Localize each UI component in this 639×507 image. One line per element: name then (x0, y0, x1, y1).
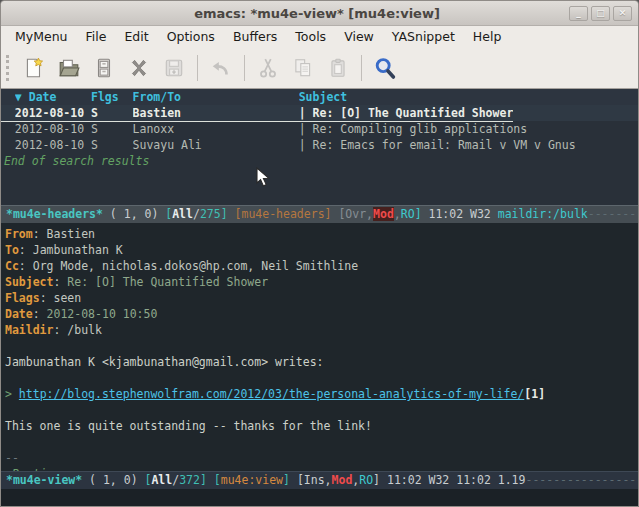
maximize-button[interactable]: □ (591, 6, 610, 21)
menu-item-options[interactable]: Options (158, 27, 224, 46)
column-header-subject[interactable]: Subject (299, 89, 347, 105)
cell-date: 2012-08-10 (15, 121, 91, 137)
kill-buffer-button[interactable] (123, 52, 154, 83)
field-label: Maildir (5, 323, 53, 337)
mode-line-segment: *mu4e-headers* (6, 207, 103, 221)
mode-line-segment: , (394, 207, 401, 221)
sort-descending-icon: ▼ (15, 90, 22, 104)
mode-line-segment: mu4e:view (221, 473, 283, 487)
window-buttons: _ □ ✕ (569, 6, 632, 21)
body-quote-line: > http://blog.stephenwolfram.com/2012/03… (5, 386, 638, 402)
message-field-subject: Subject: Re: [O] The Quantified Shower (5, 274, 638, 290)
mode-line-segment: ] (221, 207, 228, 221)
field-value: Org Mode, nicholas.dokos@hp.com, Neil Sm… (33, 259, 358, 273)
paste-button[interactable] (322, 52, 353, 83)
emacs-frame: ▼ DateFlgsFrom/ToSubject 2012-08-10SBast… (1, 89, 638, 506)
menu-item-buffers[interactable]: Buffers (224, 27, 286, 46)
cell-from: Suvayu Ali (133, 137, 299, 153)
tool-bar (1, 47, 638, 89)
quote-prefix: > (5, 387, 19, 401)
signature-separator: -- (5, 450, 638, 466)
mode-line-segment: [Ovr, (332, 207, 374, 221)
headers-row[interactable]: 2012-08-10SLanoxx| Re: Compiling glib ap… (1, 121, 638, 137)
cell-flags: S (91, 121, 133, 137)
cut-button[interactable] (252, 52, 283, 83)
save-icon (163, 57, 185, 79)
new-file-icon (23, 57, 45, 79)
mode-line-segment: All (151, 473, 172, 487)
minimize-button[interactable]: _ (569, 6, 588, 21)
close-button[interactable]: ✕ (613, 6, 632, 21)
field-value: Bastien (47, 227, 95, 241)
end-of-search-results: End of search results (1, 153, 638, 169)
kill-buffer-icon (128, 57, 150, 79)
copy-button[interactable] (287, 52, 318, 83)
message-view-window: From: Bastien To: Jambunathan K Cc: Org … (1, 223, 638, 471)
column-header-flags[interactable]: Flgs (91, 89, 133, 105)
mode-line-segment: 372 (179, 473, 200, 487)
new-file-button[interactable] (18, 52, 49, 83)
message-field-maildir: Maildir: /bulk (5, 322, 638, 338)
view-mode-line[interactable]: *mu4e-view* ( 1, 0) [All/372] [mu4e:view… (1, 471, 638, 489)
menu-item-yasnippet[interactable]: YASnippet (383, 27, 464, 46)
mode-line-segment: ] (415, 207, 422, 221)
column-header-date[interactable]: ▼ Date (15, 89, 91, 105)
mode-line-segment: ] (373, 473, 380, 487)
menu-item-mymenu[interactable]: MyMenu (6, 27, 77, 46)
message-field-cc: Cc: Org Mode, nicholas.dokos@hp.com, Nei… (5, 258, 638, 274)
cell-flags: S (91, 105, 133, 121)
menu-item-view[interactable]: View (335, 27, 383, 46)
cell-subject: | Re: Emacs for email: Rmail v VM v Gnus (299, 137, 576, 153)
mode-line-segment: *mu4e-view* (6, 473, 82, 487)
mode-line-segment: ( 1, 0) (103, 207, 165, 221)
mode-line-segment: Mod (332, 473, 353, 487)
body-link[interactable]: http://blog.stephenwolfram.com/2012/03/t… (19, 387, 524, 401)
open-file-icon (58, 57, 80, 79)
cell-date: 2012-08-10 (15, 105, 91, 121)
menu-item-help[interactable]: Help (464, 27, 511, 46)
mode-line-segment: [Ins, (290, 473, 332, 487)
link-reference: [1] (524, 387, 545, 401)
menu-item-file[interactable]: File (77, 27, 116, 46)
cell-from: Lanoxx (133, 121, 299, 137)
field-label: Subject (5, 275, 53, 289)
field-label: From (5, 227, 33, 241)
cell-date: 2012-08-10 (15, 137, 91, 153)
mode-line-segment (207, 473, 214, 487)
cell-from: Bastien (133, 105, 299, 121)
cell-flags: S (91, 137, 133, 153)
save-button[interactable] (158, 52, 189, 83)
headers-row[interactable]: 2012-08-10SSuvayu Ali| Re: Emacs for ema… (1, 137, 638, 153)
mode-line-segment: ] (200, 473, 207, 487)
mode-line-segment: 11:02 W32 (422, 207, 498, 221)
column-header-from[interactable]: From/To (133, 89, 299, 105)
field-label: To (5, 243, 19, 257)
body-remark-line: This one is quite outstanding -- thanks … (5, 418, 638, 434)
mode-line-segment: ----------------------------------------… (588, 207, 638, 221)
cut-icon (257, 57, 279, 79)
paste-icon (327, 57, 349, 79)
title-bar[interactable]: emacs: *mu4e-view* [mu4e:view] _ □ ✕ (1, 1, 638, 26)
copy-icon (292, 57, 314, 79)
field-value: Jambunathan K (33, 243, 123, 257)
message-field-date: Date: 2012-08-10 10:50 (5, 306, 638, 322)
mode-line-segment: maildir:/bulk (498, 207, 588, 221)
message-field-from: From: Bastien (5, 226, 638, 242)
mode-line-segment: All (172, 207, 193, 221)
open-file-button[interactable] (53, 52, 84, 83)
mode-line-segment: RO (359, 473, 373, 487)
message-field-flags: Flags: seen (5, 290, 638, 306)
toolbar-drag-handle[interactable] (6, 55, 10, 81)
mode-line-segment: 275 (200, 207, 221, 221)
search-button[interactable] (369, 52, 400, 83)
field-value: Re: [O] The Quantified Shower (67, 275, 268, 289)
undo-button[interactable] (205, 52, 236, 83)
cell-subject: | Re: Compiling glib applications (299, 121, 527, 137)
mode-line-segment: ] (283, 473, 290, 487)
headers-mode-line[interactable]: *mu4e-headers* ( 1, 0) [All/275] [mu4e-h… (1, 205, 638, 223)
menu-bar: MyMenu File Edit Options Buffers Tools V… (1, 26, 638, 47)
menu-item-edit[interactable]: Edit (115, 27, 157, 46)
headers-row-selected[interactable]: 2012-08-10SBastien| Re: [O] The Quantifi… (1, 105, 638, 121)
menu-item-tools[interactable]: Tools (286, 27, 335, 46)
dired-button[interactable] (88, 52, 119, 83)
